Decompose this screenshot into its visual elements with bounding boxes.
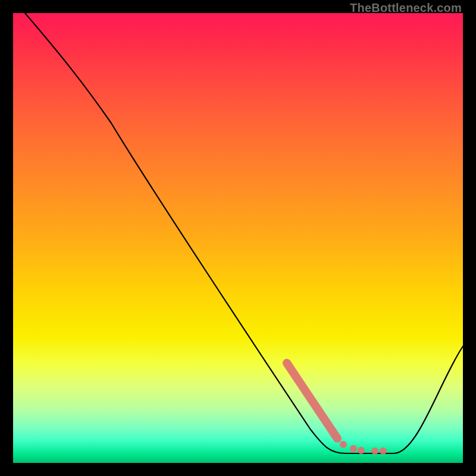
bottleneck-curve [25, 13, 463, 453]
highlight-dots [340, 441, 387, 455]
highlight-segment [287, 363, 337, 439]
highlight-dot [380, 447, 387, 455]
chart-svg [13, 13, 463, 463]
highlight-dot [350, 445, 357, 452]
plot-area [13, 13, 463, 463]
highlight-dot [340, 441, 347, 448]
highlight-dot [371, 447, 378, 455]
highlight-dot [358, 447, 365, 454]
chart-container: TheBottleneck.com [0, 0, 476, 476]
